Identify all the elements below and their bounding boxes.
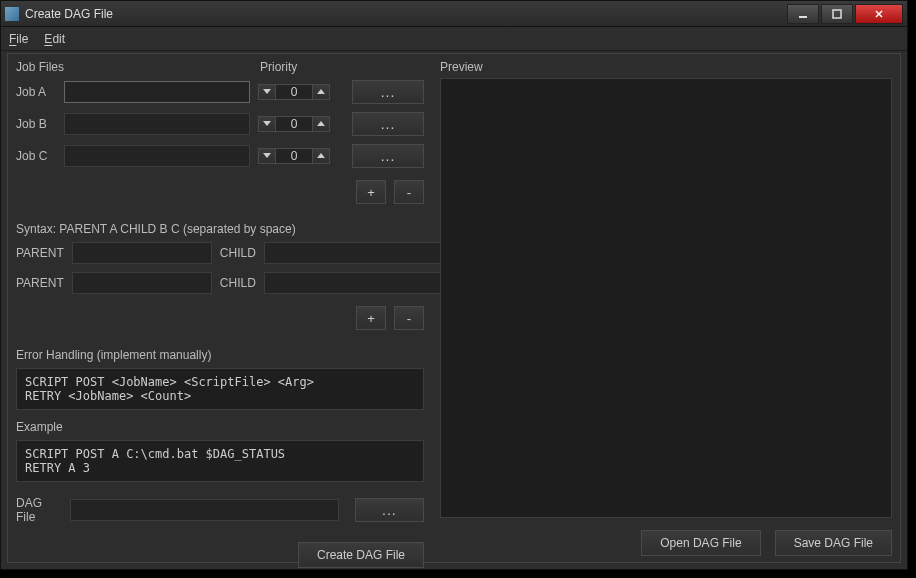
svg-marker-8 [263, 153, 271, 158]
close-button[interactable] [855, 4, 903, 24]
job-label: Job C [16, 149, 56, 163]
open-dag-button[interactable]: Open DAG File [641, 530, 760, 556]
parent-input[interactable] [72, 242, 212, 264]
syntax-label: Syntax: PARENT A CHILD B C (separated by… [16, 222, 424, 236]
job-browse-button[interactable]: ... [352, 112, 424, 136]
child-label: CHILD [220, 276, 256, 290]
chevron-up-icon[interactable] [312, 84, 330, 100]
error-handling-code[interactable]: SCRIPT POST <JobName> <ScriptFile> <Arg>… [16, 368, 424, 410]
dagfile-input[interactable] [70, 499, 339, 521]
child-label: CHILD [220, 246, 256, 260]
svg-marker-9 [317, 153, 325, 158]
child-input[interactable] [264, 242, 443, 264]
priority-value: 0 [276, 84, 312, 100]
add-relation-button[interactable]: + [356, 306, 386, 330]
jobfiles-header: Job Files [16, 60, 260, 74]
minimize-button[interactable] [787, 4, 819, 24]
svg-marker-4 [263, 89, 271, 94]
dagfile-label: DAG File [16, 496, 62, 524]
left-panel: Job Files Priority Job A0...Job B0...Job… [8, 54, 432, 562]
job-row: Job B0... [16, 112, 424, 136]
job-row: Job A0... [16, 80, 424, 104]
menu-file[interactable]: File [9, 32, 28, 46]
job-path-input[interactable] [64, 113, 250, 135]
parent-input[interactable] [72, 272, 212, 294]
app-window: Create DAG File FileEdit Job Files Prior… [0, 0, 908, 570]
child-input[interactable] [264, 272, 443, 294]
preview-label: Preview [440, 60, 892, 74]
priority-spinner[interactable]: 0 [258, 84, 330, 100]
svg-rect-0 [799, 16, 807, 18]
priority-header: Priority [260, 60, 297, 74]
parent-label: PARENT [16, 276, 64, 290]
relation-row: PARENTCHILD [16, 272, 424, 294]
job-row: Job C0... [16, 144, 424, 168]
window-title: Create DAG File [25, 7, 787, 21]
chevron-up-icon[interactable] [312, 148, 330, 164]
menu-edit[interactable]: Edit [44, 32, 65, 46]
app-icon [5, 7, 19, 21]
add-job-button[interactable]: + [356, 180, 386, 204]
svg-marker-7 [317, 121, 325, 126]
svg-marker-5 [317, 89, 325, 94]
maximize-button[interactable] [821, 4, 853, 24]
menubar: FileEdit [1, 27, 907, 51]
error-handling-label: Error Handling (implement manually) [16, 348, 424, 362]
job-label: Job A [16, 85, 56, 99]
job-path-input[interactable] [64, 81, 250, 103]
priority-value: 0 [276, 116, 312, 132]
relation-row: PARENTCHILD [16, 242, 424, 264]
example-label: Example [16, 420, 424, 434]
svg-marker-6 [263, 121, 271, 126]
parent-label: PARENT [16, 246, 64, 260]
priority-spinner[interactable]: 0 [258, 148, 330, 164]
job-browse-button[interactable]: ... [352, 144, 424, 168]
chevron-down-icon[interactable] [258, 84, 276, 100]
svg-rect-1 [833, 10, 841, 18]
dagfile-browse-button[interactable]: ... [355, 498, 424, 522]
titlebar[interactable]: Create DAG File [1, 1, 907, 27]
right-panel: Preview Open DAG File Save DAG File [432, 54, 900, 562]
save-dag-button[interactable]: Save DAG File [775, 530, 892, 556]
chevron-down-icon[interactable] [258, 148, 276, 164]
remove-relation-button[interactable]: - [394, 306, 424, 330]
preview-box [440, 78, 892, 518]
chevron-up-icon[interactable] [312, 116, 330, 132]
job-path-input[interactable] [64, 145, 250, 167]
create-dag-button[interactable]: Create DAG File [298, 542, 424, 568]
example-code: SCRIPT POST A C:\cmd.bat $DAG_STATUS RET… [16, 440, 424, 482]
chevron-down-icon[interactable] [258, 116, 276, 132]
priority-value: 0 [276, 148, 312, 164]
content-area: Job Files Priority Job A0...Job B0...Job… [7, 53, 901, 563]
job-label: Job B [16, 117, 56, 131]
remove-job-button[interactable]: - [394, 180, 424, 204]
priority-spinner[interactable]: 0 [258, 116, 330, 132]
job-browse-button[interactable]: ... [352, 80, 424, 104]
